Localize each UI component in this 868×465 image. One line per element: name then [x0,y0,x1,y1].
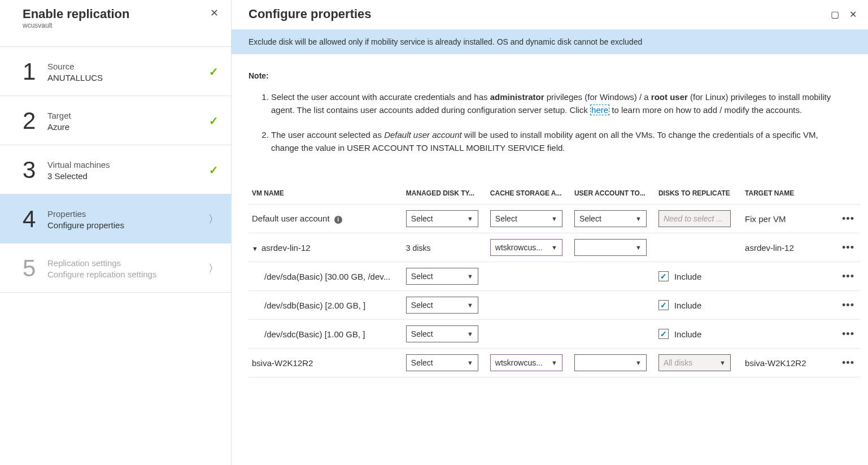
step-replication-settings: 5 Replication settings Configure replica… [0,243,231,293]
row-default-account: Default user account i Select▼ Select▼ S… [248,205,860,233]
more-icon[interactable]: ••• [842,299,854,311]
select-cache-vm2[interactable]: wtskrowcus...▼ [490,354,562,371]
chevron-down-icon: ▼ [719,359,726,366]
chevron-down-icon: ▼ [551,244,557,251]
chevron-down-icon: ▼ [467,302,473,308]
learn-more-link[interactable]: here [590,105,609,115]
more-icon[interactable]: ••• [842,213,854,224]
chevron-down-icon: ▼ [551,359,557,366]
check-icon: ✓ [209,65,219,79]
include-checkbox-sdc[interactable]: Include [658,329,701,339]
chevron-down-icon: ▼ [467,273,473,280]
step-source[interactable]: 1 Source ANUTALLUCS ✓ [0,46,231,95]
maximize-icon[interactable]: ▢ [831,9,839,20]
row-disk-sdc: /dev/sdc(Basic) [1.00 GB, ] Select▼ Incl… [248,320,860,349]
close-icon[interactable]: ✕ [210,7,219,19]
close-icon[interactable]: ✕ [849,9,857,20]
include-checkbox-sdb[interactable]: Include [658,300,701,310]
select-user-vm1[interactable]: ▼ [574,239,647,256]
note-heading: Note: [248,71,848,80]
info-icon[interactable]: i [334,216,342,224]
chevron-down-icon: ▼ [635,215,642,222]
select-user[interactable]: Select▼ [574,210,647,227]
checkbox-checked-icon [658,300,669,310]
content-panel: Configure properties ▢ ✕ Exclude disk wi… [232,0,868,465]
select-cache[interactable]: Select▼ [490,210,562,227]
chevron-right-icon: 〉 [208,212,219,226]
select-disktype-sda[interactable]: Select▼ [406,268,478,285]
checkbox-checked-icon [658,329,669,339]
col-user: USER ACCOUNT TO... [571,182,655,205]
page-title: Configure properties [248,7,372,21]
col-disktype: MANAGED DISK TY... [403,182,487,205]
wizard-title: Enable replication [23,7,130,21]
select-disktype-vm2[interactable]: Select▼ [406,354,478,371]
select-disktype-sdb[interactable]: Select▼ [406,297,478,314]
row-disk-sda: /dev/sda(Basic) [30.00 GB, /dev... Selec… [248,262,860,291]
col-vmname: VM NAME [248,182,403,205]
step-target[interactable]: 2 Target Azure ✓ [0,95,231,145]
col-replicate: DISKS TO REPLICATE [655,182,741,205]
note-item-1: Select the user account with accurate cr… [271,90,848,117]
row-vm-asrdev: ▼asrdev-lin-12 3 disks wtskrowcus...▼ ▼ … [248,233,860,262]
select-disks-disabled: Need to select ... [658,210,731,227]
chevron-down-icon: ▼ [467,215,473,222]
select-disktype[interactable]: Select▼ [406,210,478,227]
checkbox-checked-icon [658,271,669,281]
note-block: Note: Select the user account with accur… [232,54,868,173]
more-icon[interactable]: ••• [842,328,854,340]
check-icon: ✓ [209,114,219,128]
select-user-vm2[interactable]: ▼ [574,354,647,371]
select-disktype-sdc[interactable]: Select▼ [406,325,478,342]
step-vms[interactable]: 3 Virtual machines 3 Selected ✓ [0,145,231,194]
chevron-right-icon: 〉 [208,262,219,275]
step-properties[interactable]: 4 Properties Configure properties 〉 [0,194,231,243]
wizard-subtitle: wcusvault [23,21,130,29]
more-icon[interactable]: ••• [842,242,854,253]
col-cache: CACHE STORAGE A... [487,182,571,205]
chevron-down-icon: ▼ [551,215,557,222]
check-icon: ✓ [209,163,219,177]
more-icon[interactable]: ••• [842,271,854,282]
wizard-steps-panel: Enable replication wcusvault ✕ 1 Source … [0,0,232,465]
include-checkbox-sda[interactable]: Include [658,271,701,281]
note-item-2: The user account selected as Default use… [271,128,848,155]
chevron-down-icon: ▼ [467,359,473,366]
expand-toggle-icon[interactable]: ▼ [252,245,258,252]
row-disk-sdb: /dev/sdb(Basic) [2.00 GB, ] Select▼ Incl… [248,291,860,320]
chevron-down-icon: ▼ [635,244,642,251]
chevron-down-icon: ▼ [467,331,473,337]
col-targetname: TARGET NAME [741,182,836,205]
more-icon[interactable]: ••• [842,357,854,368]
select-cache-vm1[interactable]: wtskrowcus...▼ [490,239,562,256]
info-banner: Exclude disk will be allowed only if mob… [232,29,868,54]
row-vm-bsiva: bsiva-W2K12R2 Select▼ wtskrowcus...▼ ▼ A… [248,349,860,377]
select-disks-vm2: All disks▼ [658,354,731,371]
properties-table: VM NAME MANAGED DISK TY... CACHE STORAGE… [248,182,860,377]
chevron-down-icon: ▼ [635,359,642,366]
